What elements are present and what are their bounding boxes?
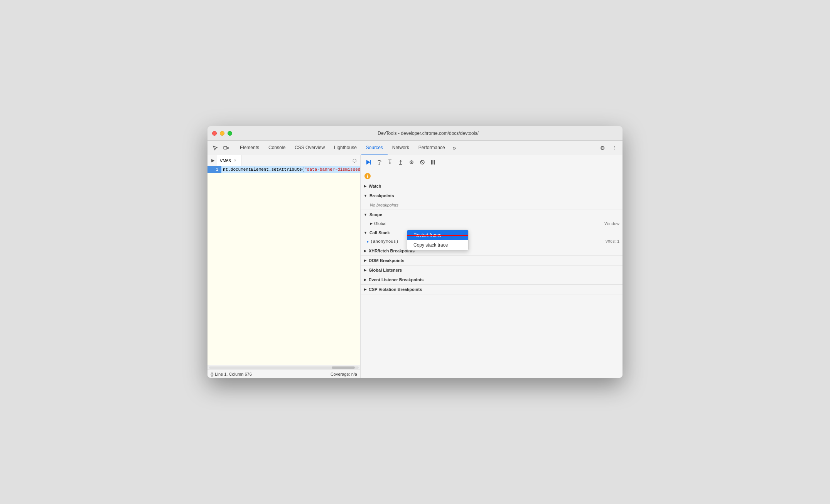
cursor-icon — [213, 145, 218, 151]
call-stack-location: VM63:1 — [606, 240, 619, 244]
call-stack-header[interactable]: ▼ Call Stack — [361, 228, 622, 237]
xhr-fetch-section: ▶ XHR/fetch Breakpoints — [361, 246, 622, 256]
tab-sources[interactable]: Sources — [361, 141, 388, 155]
event-listener-section: ▶ Event Listener Breakpoints — [361, 275, 622, 285]
csp-violation-chevron: ▶ — [364, 287, 366, 291]
watch-header[interactable]: ▶ Watch — [361, 181, 622, 191]
code-editor[interactable]: 1 nt.documentElement.setAttribute("data-… — [208, 166, 360, 365]
line-number-1: 1 — [208, 166, 221, 173]
editor-tab-name: VM63 — [220, 158, 231, 163]
xhr-fetch-header[interactable]: ▶ XHR/fetch Breakpoints — [361, 246, 622, 255]
tab-network[interactable]: Network — [388, 141, 414, 155]
code-string-1: "data-banner-dismissed" — [304, 167, 360, 172]
more-options-icon[interactable]: ⋮ — [610, 143, 619, 153]
csp-violation-header[interactable]: ▶ CSP Violation Breakpoints — [361, 285, 622, 294]
line-content-1: nt.documentElement.setAttribute("data-ba… — [221, 166, 360, 173]
tab-lighthouse[interactable]: Lighthouse — [329, 141, 361, 155]
breakpoints-section: ▼ Breakpoints No breakpoints — [361, 191, 622, 210]
call-stack-content: ▶ (anonymous) VM63:1 Restart frame Copy … — [361, 237, 622, 246]
breakpoints-header[interactable]: ▼ Breakpoints — [361, 191, 622, 200]
editor-tab-vm63[interactable]: VM63 × — [217, 155, 241, 166]
paused-banner: ℹ — [361, 171, 622, 181]
tab-console[interactable]: Console — [264, 141, 290, 155]
maximize-button[interactable] — [228, 131, 232, 136]
dom-breakpoints-chevron: ▶ — [364, 259, 366, 262]
dom-breakpoints-section: ▶ DOM Breakpoints — [361, 256, 622, 265]
call-stack-anonymous-label: (anonymous) — [370, 239, 398, 244]
minimize-button[interactable] — [220, 131, 224, 136]
pause-exceptions-btn[interactable] — [428, 158, 438, 167]
more-tabs-icon[interactable]: » — [451, 144, 458, 151]
step-out-icon — [398, 160, 403, 165]
tab-bar-right: ⚙ ⋮ — [598, 143, 619, 153]
scope-label: Scope — [369, 212, 382, 217]
close-button[interactable] — [212, 131, 217, 136]
step-btn[interactable] — [407, 158, 416, 167]
settings-icon[interactable]: ⚙ — [598, 143, 607, 153]
global-value: Window — [604, 221, 619, 226]
watch-section: ▶ Watch — [361, 181, 622, 191]
tab-bar: Elements Console CSS Overview Lighthouse… — [208, 141, 622, 155]
devtools-window: DevTools - developer.chrome.com/docs/dev… — [208, 126, 622, 378]
scope-content: ▶ Global Window — [361, 219, 622, 228]
svg-line-11 — [421, 161, 424, 164]
global-listeners-label: Global Listeners — [369, 268, 402, 272]
svg-rect-1 — [227, 147, 228, 149]
copy-stack-trace-menu-item[interactable]: Copy stack trace — [407, 240, 468, 250]
editor-status-coverage: Coverage: n/a — [331, 372, 357, 376]
cursor-position: Line 1, Column 676 — [215, 372, 251, 376]
csp-violation-label: CSP Violation Breakpoints — [369, 287, 422, 292]
call-stack-anonymous-item[interactable]: ▶ (anonymous) VM63:1 — [361, 238, 622, 245]
call-stack-label: Call Stack — [369, 230, 390, 235]
debugger-content: ℹ ▶ Watch ▼ Breakpoints — [361, 169, 622, 378]
context-menu: Restart frame Copy stack trace — [407, 230, 469, 250]
global-listeners-chevron: ▶ — [364, 268, 366, 272]
global-listeners-header[interactable]: ▶ Global Listeners — [361, 265, 622, 275]
svg-rect-3 — [370, 160, 371, 165]
svg-marker-6 — [389, 163, 391, 164]
scope-header[interactable]: ▼ Scope — [361, 210, 622, 219]
step-icon — [409, 160, 414, 165]
svg-rect-12 — [431, 160, 433, 165]
file-navigator-icon[interactable]: ▶ — [209, 157, 217, 165]
step-into-btn[interactable] — [385, 158, 395, 167]
tab-performance[interactable]: Performance — [414, 141, 450, 155]
device-icon-btn[interactable] — [221, 143, 231, 153]
traffic-lights — [212, 131, 232, 136]
editor-panel: ▶ VM63 × ⬡ 1 nt.documentElement.setAttri… — [208, 155, 361, 378]
svg-rect-0 — [224, 146, 227, 149]
tab-css-overview[interactable]: CSS Overview — [290, 141, 329, 155]
resume-icon — [366, 160, 371, 165]
restart-frame-menu-item[interactable]: Restart frame — [407, 230, 468, 240]
editor-tab-close[interactable]: × — [233, 158, 238, 163]
scrollbar-track — [209, 366, 359, 369]
dom-breakpoints-header[interactable]: ▶ DOM Breakpoints — [361, 256, 622, 265]
title-bar: DevTools - developer.chrome.com/docs/dev… — [208, 126, 622, 141]
xhr-fetch-chevron: ▶ — [364, 249, 366, 253]
call-stack-active-arrow: ▶ — [367, 240, 369, 244]
tab-elements[interactable]: Elements — [235, 141, 264, 155]
main-content: ▶ VM63 × ⬡ 1 nt.documentElement.setAttri… — [208, 155, 622, 378]
global-item[interactable]: ▶ Global Window — [361, 220, 622, 227]
resume-btn[interactable] — [364, 158, 373, 167]
no-breakpoints-text: No breakpoints — [361, 201, 622, 209]
scope-chevron: ▼ — [364, 213, 367, 217]
code-horizontal-scrollbar[interactable] — [208, 365, 360, 370]
pause-info-icon: ℹ — [364, 173, 371, 179]
svg-marker-9 — [411, 161, 413, 163]
dom-breakpoints-label: DOM Breakpoints — [369, 258, 404, 263]
watch-chevron: ▶ — [364, 184, 366, 188]
step-over-btn[interactable] — [375, 158, 384, 167]
svg-marker-5 — [378, 164, 380, 165]
event-listener-label: Event Listener Breakpoints — [369, 277, 423, 282]
cursor-icon-btn[interactable] — [211, 143, 220, 153]
scrollbar-thumb[interactable] — [332, 366, 355, 369]
network-view-icon[interactable]: ⬡ — [352, 157, 357, 164]
event-listener-header[interactable]: ▶ Event Listener Breakpoints — [361, 275, 622, 284]
svg-marker-7 — [400, 160, 402, 161]
format-button[interactable]: {} — [211, 372, 213, 376]
step-out-btn[interactable] — [396, 158, 405, 167]
editor-status-left: {} Line 1, Column 676 — [211, 372, 252, 376]
debugger-toolbar — [361, 155, 622, 169]
deactivate-btn[interactable] — [418, 158, 427, 167]
